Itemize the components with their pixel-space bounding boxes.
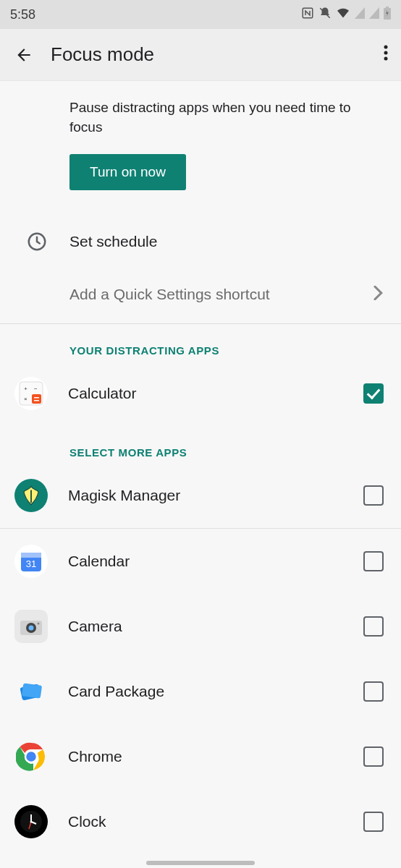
- app-row-cardpackage[interactable]: Card Package: [0, 659, 401, 724]
- clock-app-icon: [14, 805, 48, 838]
- calendar-app-icon: 31: [14, 545, 48, 578]
- app-bar: Focus mode: [0, 29, 401, 81]
- app-row-calculator[interactable]: +−× Calculator: [0, 361, 401, 426]
- cardpackage-app-icon: [14, 675, 48, 708]
- add-shortcut-row[interactable]: Add a Quick Settings shortcut: [0, 271, 401, 318]
- wifi-icon: [336, 7, 350, 22]
- app-row-calendar[interactable]: 31 Calendar: [0, 529, 401, 594]
- app-label: Clock: [68, 813, 343, 830]
- set-schedule-row[interactable]: Set schedule: [0, 212, 401, 271]
- set-schedule-label: Set schedule: [69, 233, 384, 250]
- camera-app-icon: [14, 610, 48, 643]
- svg-point-21: [38, 623, 40, 625]
- app-label: Card Package: [68, 683, 343, 700]
- svg-rect-14: [34, 400, 39, 401]
- checkbox-magisk[interactable]: [363, 485, 384, 506]
- app-row-clock[interactable]: Clock: [0, 789, 401, 854]
- calculator-app-icon: +−×: [14, 377, 48, 410]
- checkbox-chrome[interactable]: [363, 746, 384, 767]
- status-bar: 5:58: [0, 0, 401, 29]
- svg-text:31: 31: [26, 558, 36, 569]
- svg-rect-12: [32, 394, 41, 404]
- svg-text:−: −: [34, 386, 38, 392]
- nav-handle[interactable]: [146, 861, 255, 865]
- svg-text:×: ×: [24, 396, 28, 402]
- svg-rect-16: [21, 553, 41, 558]
- app-label: Calculator: [68, 385, 343, 402]
- chevron-right-icon: [373, 284, 384, 305]
- app-row-magisk[interactable]: Magisk Manager: [0, 463, 401, 528]
- back-button[interactable]: [14, 46, 33, 64]
- checkbox-camera[interactable]: [363, 616, 384, 637]
- sim1-icon: [355, 7, 365, 22]
- svg-point-31: [30, 821, 33, 823]
- app-label: Chrome: [68, 748, 343, 765]
- checkbox-cardpackage[interactable]: [363, 681, 384, 702]
- dnd-icon: [318, 7, 332, 23]
- app-label: Calendar: [68, 553, 343, 570]
- turn-on-button[interactable]: Turn on now: [69, 154, 186, 190]
- checkbox-calendar[interactable]: [363, 551, 384, 571]
- app-label: Magisk Manager: [68, 487, 343, 504]
- nfc-icon: [301, 7, 314, 23]
- svg-text:+: +: [24, 386, 28, 392]
- page-title: Focus mode: [51, 43, 154, 66]
- status-time: 5:58: [10, 7, 35, 22]
- svg-rect-3: [386, 7, 389, 8]
- overflow-button[interactable]: [384, 45, 388, 65]
- clock-icon: [20, 225, 54, 258]
- app-row-camera[interactable]: Camera: [0, 594, 401, 659]
- status-icons: [301, 7, 391, 23]
- chrome-app-icon: [14, 740, 48, 773]
- svg-point-5: [384, 51, 388, 55]
- svg-point-4: [384, 46, 388, 49]
- section-more-heading: SELECT MORE APPS: [0, 426, 401, 463]
- magisk-app-icon: [14, 479, 48, 512]
- svg-point-20: [29, 626, 34, 631]
- svg-rect-23: [22, 683, 42, 698]
- app-label: Camera: [68, 618, 343, 635]
- checkbox-calculator[interactable]: [363, 383, 384, 404]
- app-row-chrome[interactable]: Chrome: [0, 724, 401, 789]
- checkbox-clock[interactable]: [363, 812, 384, 832]
- svg-rect-13: [34, 397, 39, 399]
- add-shortcut-label: Add a Quick Settings shortcut: [69, 286, 358, 303]
- sim2-icon: [369, 7, 379, 22]
- focus-description: Pause distracting apps when you need tim…: [0, 81, 401, 137]
- section-your-heading: YOUR DISTRACTING APPS: [0, 324, 401, 361]
- battery-icon: [384, 7, 391, 23]
- svg-point-6: [384, 57, 388, 61]
